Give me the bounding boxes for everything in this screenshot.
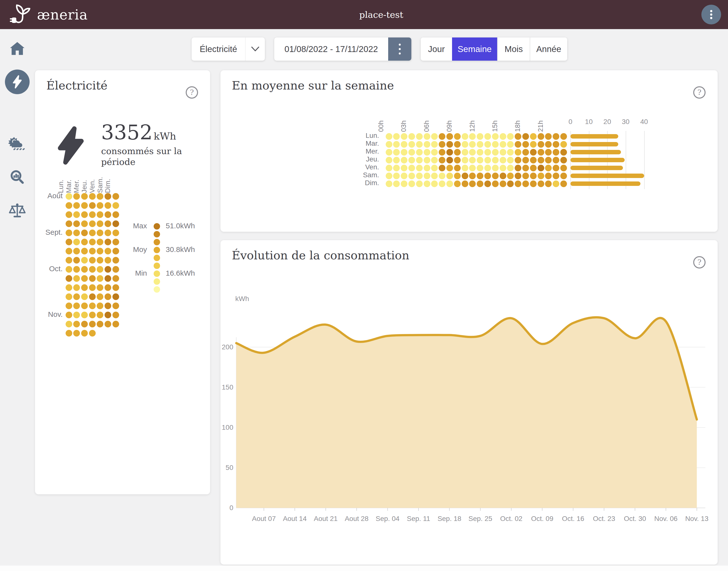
calendar-dot <box>97 312 103 318</box>
view-button-semaine[interactable]: Semaine <box>452 37 497 61</box>
x-axis-label: Oct. 16 <box>558 515 589 523</box>
punchcard-dot <box>462 141 468 148</box>
daily-total-bar <box>570 166 623 170</box>
calendar-dot <box>97 230 103 236</box>
punchcard-dot <box>507 173 514 179</box>
punchcard-dot <box>431 173 438 179</box>
help-icon: ? <box>185 86 199 99</box>
punchcard-dot <box>386 165 392 172</box>
view-button-annee[interactable]: Année <box>530 37 567 61</box>
calendar-dot <box>97 220 103 227</box>
punchcard-dot <box>446 141 453 148</box>
calendar-dot <box>73 303 80 309</box>
punchcard-dot <box>439 173 445 179</box>
view-button-mois[interactable]: Mois <box>497 37 530 61</box>
help-button[interactable]: ? <box>185 86 199 99</box>
punchcard-dot <box>439 181 445 187</box>
punchcard-dot <box>538 173 544 179</box>
calendar-dot <box>66 275 72 282</box>
punchcard-dot <box>484 173 491 179</box>
punchcard-hour-label: 03h <box>400 120 408 132</box>
calendar-dot <box>97 303 103 309</box>
calendar-dot <box>81 202 88 209</box>
punchcard-dot <box>492 173 499 179</box>
sidebar-item-electricity[interactable] <box>0 70 34 94</box>
punchcard-dot <box>538 181 544 187</box>
calendar-dot <box>105 321 111 327</box>
punchcard-dot <box>424 157 430 163</box>
punchcard-dot <box>446 181 453 187</box>
punchcard-dot <box>484 141 491 148</box>
x-axis-label: Aout 07 <box>248 515 279 523</box>
sidebar-item-compare[interactable] <box>0 198 34 223</box>
calendar-dot <box>105 257 111 263</box>
punchcard-dot <box>408 141 415 148</box>
x-axis-label: Nov. 13 <box>682 515 712 523</box>
card-title: En moyenne sur la semaine <box>232 79 394 92</box>
calendar-dot <box>66 248 72 254</box>
calendar-dot <box>81 266 88 273</box>
x-axis-label: Oct. 09 <box>527 515 557 523</box>
daily-total-bar <box>570 158 625 162</box>
calendar-dot <box>81 211 88 218</box>
punchcard-dot <box>431 141 438 148</box>
help-button[interactable]: ? <box>693 86 706 99</box>
punchcard-day-label: Sam. <box>349 171 379 179</box>
sidebar-item-analysis[interactable] <box>0 165 34 190</box>
calendar-dot <box>66 266 72 273</box>
calendar-dot <box>89 312 96 318</box>
header-kebab-menu-button[interactable] <box>701 5 721 24</box>
calendar-dot <box>89 239 96 245</box>
punchcard-dot <box>424 173 430 179</box>
punchcard-dot <box>477 149 483 155</box>
calendar-dot <box>73 211 80 218</box>
punchcard-dot <box>416 173 423 179</box>
punchcard-dot <box>500 173 506 179</box>
view-button-jour[interactable]: Jour <box>421 37 452 61</box>
date-range-kebab-button[interactable] <box>388 37 411 61</box>
punchcard-dot <box>560 149 567 155</box>
x-axis-label: Nov. 06 <box>650 515 681 523</box>
punchcard-dot <box>545 173 552 179</box>
punchcard-dot <box>469 149 476 155</box>
date-range-control: 01/08/2022 - 17/11/2022 <box>274 37 411 61</box>
punchcard-dot <box>393 141 400 148</box>
punchcard-dot <box>507 181 514 187</box>
punchcard-dot <box>454 133 461 140</box>
calendar-dot <box>73 312 80 318</box>
sidebar-item-home[interactable] <box>0 36 34 61</box>
sidebar-item-weather[interactable] <box>0 132 34 156</box>
calendar-legend-label: Max <box>105 222 147 230</box>
date-range-value[interactable]: 01/08/2022 - 17/11/2022 <box>274 44 388 54</box>
calendar-dot <box>97 248 103 254</box>
punchcard-dot <box>408 181 415 187</box>
punchcard-dot <box>469 165 476 172</box>
punchcard-dot <box>462 157 468 163</box>
energy-type-select[interactable]: Électricité <box>192 37 265 61</box>
x-axis-label: Oct. 02 <box>496 515 526 523</box>
punchcard-dot <box>500 165 506 172</box>
punchcard-hour-label: 00h <box>377 120 385 132</box>
punchcard-dot <box>500 133 506 140</box>
punchcard-dot <box>386 133 392 140</box>
punchcard-dot <box>477 173 483 179</box>
calendar-dot <box>73 202 80 209</box>
punchcard-dot <box>492 157 499 163</box>
punchcard-dot <box>530 173 537 179</box>
punchcard-dot <box>424 149 430 155</box>
punchcard-dot <box>515 133 521 140</box>
punchcard-day-label: Dim. <box>349 179 379 187</box>
bar-gridline <box>626 131 626 189</box>
calendar-dot <box>66 257 72 263</box>
calendar-dot <box>66 202 72 209</box>
calendar-dot <box>89 257 96 263</box>
calendar-dot <box>66 230 72 236</box>
calendar-legend-dot <box>153 231 160 237</box>
punchcard-dot <box>424 141 430 148</box>
calendar-dot <box>81 239 88 245</box>
punchcard-dot <box>484 133 491 140</box>
calendar-dot <box>112 211 119 218</box>
punchcard-dot <box>545 133 552 140</box>
punchcard-dot <box>507 149 514 155</box>
punchcard-dot <box>492 165 499 172</box>
